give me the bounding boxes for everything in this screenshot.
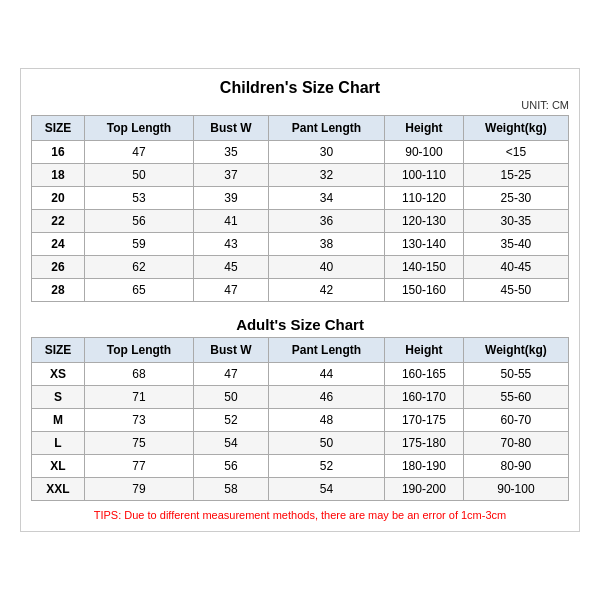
adults-col-size: SIZE <box>32 338 85 363</box>
table-cell: 35 <box>194 141 269 164</box>
table-row: 26624540140-15040-45 <box>32 256 569 279</box>
table-cell: 47 <box>194 363 269 386</box>
table-cell: L <box>32 432 85 455</box>
table-cell: 37 <box>194 164 269 187</box>
table-row: L755450175-18070-80 <box>32 432 569 455</box>
table-cell: 25-30 <box>463 187 568 210</box>
table-cell: XL <box>32 455 85 478</box>
table-cell: 15-25 <box>463 164 568 187</box>
table-cell: 54 <box>194 432 269 455</box>
table-cell: 55-60 <box>463 386 568 409</box>
adults-table-body: XS684744160-16550-55S715046160-17055-60M… <box>32 363 569 501</box>
unit-label: UNIT: CM <box>31 99 569 111</box>
table-cell: 53 <box>84 187 193 210</box>
adults-col-height: Height <box>385 338 464 363</box>
table-cell: 50-55 <box>463 363 568 386</box>
adults-col-pant-length: Pant Length <box>268 338 384 363</box>
table-cell: 71 <box>84 386 193 409</box>
table-cell: 90-100 <box>385 141 464 164</box>
table-row: XL775652180-19080-90 <box>32 455 569 478</box>
table-cell: 52 <box>194 409 269 432</box>
table-cell: 80-90 <box>463 455 568 478</box>
table-cell: XS <box>32 363 85 386</box>
children-col-weight: Weight(kg) <box>463 116 568 141</box>
table-cell: 68 <box>84 363 193 386</box>
children-col-bust-w: Bust W <box>194 116 269 141</box>
children-header-row: SIZE Top Length Bust W Pant Length Heigh… <box>32 116 569 141</box>
table-row: 28654742150-16045-50 <box>32 279 569 302</box>
table-row: 18503732100-11015-25 <box>32 164 569 187</box>
table-cell: 175-180 <box>385 432 464 455</box>
table-cell: XXL <box>32 478 85 501</box>
adults-chart-title: Adult's Size Chart <box>31 310 569 337</box>
table-cell: 45 <box>194 256 269 279</box>
table-cell: 50 <box>84 164 193 187</box>
table-cell: 54 <box>268 478 384 501</box>
table-cell: 170-175 <box>385 409 464 432</box>
table-cell: 90-100 <box>463 478 568 501</box>
table-cell: 34 <box>268 187 384 210</box>
children-col-size: SIZE <box>32 116 85 141</box>
table-cell: <15 <box>463 141 568 164</box>
table-cell: 40 <box>268 256 384 279</box>
table-row: S715046160-17055-60 <box>32 386 569 409</box>
table-cell: 52 <box>268 455 384 478</box>
table-cell: 140-150 <box>385 256 464 279</box>
table-cell: M <box>32 409 85 432</box>
table-cell: 22 <box>32 210 85 233</box>
table-cell: 70-80 <box>463 432 568 455</box>
table-cell: 160-165 <box>385 363 464 386</box>
children-chart-title: Children's Size Chart <box>31 79 569 97</box>
table-cell: 47 <box>84 141 193 164</box>
adults-header-row: SIZE Top Length Bust W Pant Length Heigh… <box>32 338 569 363</box>
table-cell: 41 <box>194 210 269 233</box>
table-cell: 58 <box>194 478 269 501</box>
table-cell: 45-50 <box>463 279 568 302</box>
table-cell: 32 <box>268 164 384 187</box>
table-cell: 36 <box>268 210 384 233</box>
table-cell: 40-45 <box>463 256 568 279</box>
table-cell: 65 <box>84 279 193 302</box>
table-cell: 20 <box>32 187 85 210</box>
table-cell: 59 <box>84 233 193 256</box>
table-cell: 30 <box>268 141 384 164</box>
children-col-height: Height <box>385 116 464 141</box>
adults-size-table: SIZE Top Length Bust W Pant Length Heigh… <box>31 337 569 501</box>
table-cell: 50 <box>268 432 384 455</box>
table-row: 22564136120-13030-35 <box>32 210 569 233</box>
table-cell: 62 <box>84 256 193 279</box>
table-row: 1647353090-100<15 <box>32 141 569 164</box>
children-col-pant-length: Pant Length <box>268 116 384 141</box>
table-cell: 47 <box>194 279 269 302</box>
table-cell: 18 <box>32 164 85 187</box>
table-cell: 24 <box>32 233 85 256</box>
table-cell: 42 <box>268 279 384 302</box>
table-cell: 46 <box>268 386 384 409</box>
table-cell: 110-120 <box>385 187 464 210</box>
table-cell: 28 <box>32 279 85 302</box>
table-cell: 130-140 <box>385 233 464 256</box>
table-cell: 60-70 <box>463 409 568 432</box>
table-cell: 30-35 <box>463 210 568 233</box>
table-row: M735248170-17560-70 <box>32 409 569 432</box>
table-row: XXL795854190-20090-100 <box>32 478 569 501</box>
table-cell: 79 <box>84 478 193 501</box>
table-cell: 38 <box>268 233 384 256</box>
table-cell: 190-200 <box>385 478 464 501</box>
table-cell: 75 <box>84 432 193 455</box>
table-cell: 16 <box>32 141 85 164</box>
table-row: 24594338130-14035-40 <box>32 233 569 256</box>
children-col-top-length: Top Length <box>84 116 193 141</box>
table-cell: S <box>32 386 85 409</box>
table-cell: 77 <box>84 455 193 478</box>
table-cell: 44 <box>268 363 384 386</box>
table-row: XS684744160-16550-55 <box>32 363 569 386</box>
table-cell: 48 <box>268 409 384 432</box>
tips-text: TIPS: Due to different measurement metho… <box>31 509 569 521</box>
table-cell: 26 <box>32 256 85 279</box>
table-cell: 160-170 <box>385 386 464 409</box>
children-table-body: 1647353090-100<1518503732100-11015-25205… <box>32 141 569 302</box>
size-chart-container: Children's Size Chart UNIT: CM SIZE Top … <box>20 68 580 532</box>
adults-col-bust-w: Bust W <box>194 338 269 363</box>
table-cell: 100-110 <box>385 164 464 187</box>
